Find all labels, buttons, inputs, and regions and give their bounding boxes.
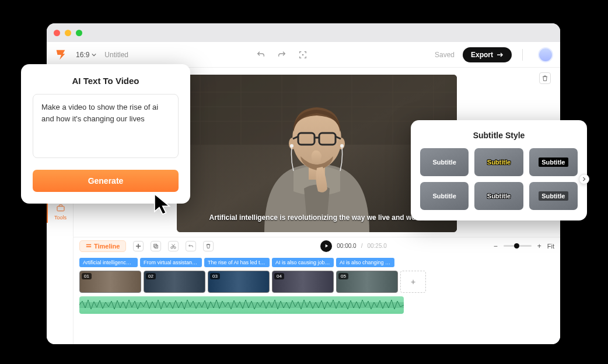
subtitle-card-label: Subtitle: [432, 192, 456, 200]
subtitle-card-label: Subtitle: [487, 192, 511, 200]
window-maximize-dot[interactable]: [76, 30, 82, 36]
clip-number: 03: [210, 273, 220, 279]
sidebar-item-label: Tools: [54, 215, 67, 220]
window-close-dot[interactable]: [54, 30, 60, 36]
svg-point-0: [302, 54, 303, 55]
playback-controls: 00:00.0 / 00:25.0: [221, 240, 486, 252]
delete-action[interactable]: [203, 241, 214, 251]
ai-text-to-video-panel: AI Text To Video Generate: [21, 64, 190, 204]
svg-point-21: [290, 144, 293, 148]
undo-button[interactable]: [256, 50, 266, 60]
subtitle-clip[interactable]: Artificial intelligence is revol...: [79, 258, 138, 267]
clip-number: 01: [82, 273, 92, 279]
subtitle-style-option[interactable]: Subtitle: [420, 182, 469, 210]
app-logo: [54, 48, 68, 62]
clip-number: 05: [338, 273, 348, 279]
copy-action[interactable]: [151, 241, 161, 251]
titlebar: [47, 23, 560, 42]
redo-button[interactable]: [277, 50, 287, 60]
svg-point-19: [289, 138, 296, 149]
video-clip[interactable]: 05: [336, 271, 398, 293]
ai-prompt-input[interactable]: [33, 94, 179, 158]
add-clip-button[interactable]: +: [400, 271, 426, 293]
subtitle-clip[interactable]: AI is also causing job displac...: [272, 258, 334, 267]
timeline-label: Timeline: [94, 243, 120, 250]
play-button[interactable]: [320, 240, 332, 252]
svg-rect-28: [86, 244, 91, 245]
ai-panel-title: AI Text To Video: [33, 76, 179, 86]
subtitle-clip[interactable]: AI is also changing the way ...: [336, 258, 394, 267]
svg-rect-5: [57, 206, 64, 211]
subtitle-style-panel: Subtitle Style Subtitle Subtitle Subtitl…: [411, 120, 587, 220]
undo-small[interactable]: [186, 241, 196, 251]
subtitle-clip[interactable]: From virtual assistants to sel...: [140, 258, 202, 267]
svg-rect-29: [86, 246, 91, 247]
timeline-tracks[interactable]: Artificial intelligence is revol... From…: [74, 254, 560, 344]
scan-button[interactable]: [298, 50, 308, 60]
zoom-controls: − + Fit: [494, 242, 554, 250]
svg-rect-31: [155, 245, 158, 248]
subtitle-style-option[interactable]: Subtitle: [420, 148, 469, 176]
subtitle-clip[interactable]: The rise of AI has led to incre...: [204, 258, 270, 267]
aspect-select[interactable]: 16:9: [76, 51, 96, 59]
subtitle-style-option[interactable]: Subtitle: [529, 182, 578, 210]
tools-icon: [55, 203, 66, 214]
add-action[interactable]: [133, 241, 144, 251]
timeline-mode[interactable]: Timeline: [79, 240, 126, 252]
cursor-icon: [151, 191, 177, 218]
subtitle-card-label: Subtitle: [487, 159, 511, 166]
timeline-toolbar: Timeline 00:00.0 / 00:25.0 −: [74, 237, 560, 254]
time-current: 00:00.0: [337, 243, 356, 249]
timeline-icon: [86, 243, 92, 249]
subtitle-style-option[interactable]: Subtitle: [529, 148, 578, 176]
subtitle-style-grid: Subtitle Subtitle Subtitle Subtitle Subt…: [420, 148, 578, 210]
subtitle-style-option[interactable]: Subtitle: [474, 182, 523, 210]
video-clip[interactable]: 02: [144, 271, 205, 293]
export-button[interactable]: Export: [463, 47, 512, 62]
window-minimize-dot[interactable]: [65, 30, 71, 36]
play-icon: [324, 243, 329, 249]
svg-point-20: [338, 138, 345, 149]
video-track[interactable]: 01 02 03 04 05 +: [79, 271, 554, 293]
zoom-out[interactable]: −: [494, 242, 498, 250]
time-sep: /: [361, 243, 363, 249]
toolbar-divider: [522, 49, 523, 61]
subtitle-card-label: Subtitle: [539, 191, 568, 201]
subtitle-card-label: Subtitle: [539, 158, 568, 167]
subtitle-card-label: Subtitle: [432, 159, 456, 166]
next-styles-button[interactable]: [579, 174, 589, 184]
svg-point-22: [340, 144, 344, 148]
subtitle-track[interactable]: Artificial intelligence is revol... From…: [79, 258, 554, 267]
chevron-right-icon: [582, 177, 586, 181]
audio-waveform: [79, 296, 404, 314]
export-label: Export: [471, 51, 493, 59]
subtitle-style-option[interactable]: Subtitle: [474, 148, 523, 176]
zoom-slider[interactable]: [504, 245, 532, 247]
sidebar-item-tools[interactable]: Tools: [47, 201, 73, 223]
subtitle-panel-title: Subtitle Style: [420, 131, 578, 140]
clip-number: 04: [274, 273, 284, 279]
split-action[interactable]: [168, 241, 179, 251]
toolbar-center: [137, 50, 427, 60]
arrow-right-icon: [497, 52, 504, 58]
delete-button[interactable]: [539, 72, 551, 84]
video-clip[interactable]: 04: [272, 271, 334, 293]
clip-number: 02: [146, 273, 156, 279]
zoom-in[interactable]: +: [537, 242, 541, 250]
save-status: Saved: [435, 51, 455, 59]
video-clip[interactable]: 03: [208, 271, 270, 293]
generate-button[interactable]: Generate: [33, 170, 179, 192]
fit-button[interactable]: Fit: [547, 243, 554, 250]
time-total: 00:25.0: [367, 243, 386, 249]
chevron-down-icon: [92, 52, 96, 57]
aspect-label: 16:9: [76, 51, 89, 59]
audio-track[interactable]: [79, 296, 404, 314]
video-clip[interactable]: 01: [79, 271, 141, 293]
user-avatar[interactable]: [538, 47, 553, 62]
svg-rect-30: [154, 244, 157, 247]
document-title[interactable]: Untitled: [104, 51, 128, 59]
